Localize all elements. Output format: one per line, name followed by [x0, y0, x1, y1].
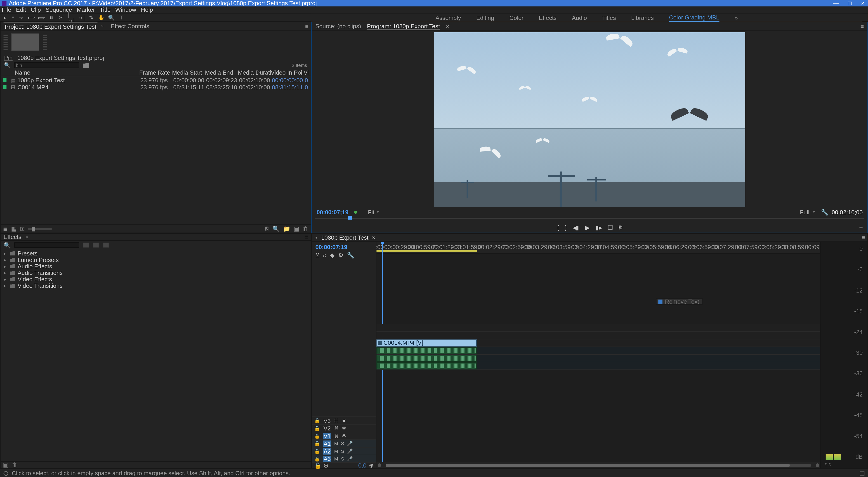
- fx-node-video-trans[interactable]: ▸Video Transitions: [4, 282, 307, 289]
- yuv-badge-icon[interactable]: [103, 242, 110, 247]
- tab-effect-controls[interactable]: Effect Controls: [110, 22, 150, 30]
- tab-source-monitor[interactable]: Source: (no clips): [315, 23, 361, 29]
- sync-lock-icon[interactable]: ⌘: [334, 418, 339, 423]
- window-maximize-button[interactable]: □: [846, 0, 853, 6]
- wrench-icon[interactable]: 🔧: [347, 252, 354, 259]
- list-view-icon[interactable]: ≣: [3, 226, 8, 232]
- new-item-icon[interactable]: ▣: [293, 226, 299, 232]
- zoom-out-icon[interactable]: ⊖: [323, 462, 328, 469]
- selection-tool-icon[interactable]: ▸: [2, 14, 8, 21]
- step-back-icon[interactable]: ◂▮: [573, 224, 579, 231]
- mark-out-icon[interactable]: }: [565, 224, 567, 231]
- program-timecode[interactable]: 00:00:07;19: [316, 209, 348, 215]
- project-search-input[interactable]: [14, 62, 79, 68]
- window-minimize-button[interactable]: —: [831, 0, 840, 6]
- zoom-tool-icon[interactable]: 🔍: [108, 14, 115, 21]
- razor-tool-icon[interactable]: ✂: [58, 14, 65, 21]
- tab-program-close-icon[interactable]: ×: [446, 23, 449, 29]
- col-frame-rate[interactable]: Frame Rate▲: [139, 69, 172, 76]
- track-label[interactable]: V2: [323, 425, 331, 431]
- ws-overflow-icon[interactable]: »: [735, 14, 738, 21]
- monitor-menu-icon[interactable]: ≡: [860, 23, 864, 29]
- col-video-tail[interactable]: Vi: [304, 69, 309, 76]
- track-header-v1[interactable]: 🔒 V1 ⌘ 👁: [312, 432, 376, 440]
- marker-icon[interactable]: ◆: [330, 252, 335, 259]
- track-label[interactable]: A3: [323, 455, 331, 462]
- play-icon[interactable]: ▶: [585, 224, 590, 231]
- track-header-a2[interactable]: 🔒 A2 M S 🎤: [312, 447, 376, 455]
- icon-view-icon[interactable]: ▦: [11, 226, 16, 232]
- pen-tool-icon[interactable]: ✎: [88, 14, 95, 21]
- button-editor-icon[interactable]: ＋: [858, 223, 864, 231]
- zoom-handle-left-icon[interactable]: [378, 464, 381, 467]
- timeline-panel-menu-icon[interactable]: ≡: [862, 234, 865, 241]
- track-select-fwd-icon[interactable]: ⇥: [18, 14, 25, 21]
- eye-icon[interactable]: 👁: [342, 418, 346, 423]
- rate-stretch-icon[interactable]: ≋: [48, 14, 55, 21]
- sync-lock-icon[interactable]: ⌘: [334, 433, 339, 438]
- tab-program-monitor[interactable]: Program: 1080p Export Test: [367, 23, 440, 30]
- lock-icon[interactable]: 🔒: [314, 441, 320, 446]
- track-header-a1[interactable]: 🔒 A1 M S 🎤: [312, 439, 376, 447]
- ws-libraries[interactable]: Libraries: [631, 14, 654, 21]
- new-bin-icon[interactable]: [83, 63, 89, 68]
- find-icon[interactable]: 🔍: [272, 226, 279, 232]
- mute-icon[interactable]: M: [334, 449, 338, 454]
- time-ruler[interactable]: 00:0000:00:29:2300:00:59:2200:01:29:2100…: [376, 242, 820, 254]
- menu-edit[interactable]: Edit: [16, 6, 26, 13]
- tab-project-close-icon[interactable]: ×: [101, 24, 104, 29]
- master-track-row[interactable]: 🔒 ⊖ 0.0 ⊕: [312, 462, 376, 468]
- zoom-fit-label[interactable]: Fit: [368, 209, 375, 215]
- track-header-v3[interactable]: 🔒 V3 ⌘ 👁: [312, 416, 376, 424]
- step-fwd-icon[interactable]: ▮▸: [596, 224, 602, 231]
- rolling-edit-icon[interactable]: ⟺: [38, 14, 45, 21]
- ws-titles[interactable]: Titles: [602, 14, 616, 21]
- accel-badge-icon[interactable]: [83, 242, 89, 247]
- export-frame-icon[interactable]: ⎘: [619, 224, 622, 231]
- fx-node-presets[interactable]: ▸Presets: [4, 250, 307, 257]
- mute-icon[interactable]: M: [334, 441, 338, 446]
- menu-window[interactable]: Window: [115, 6, 136, 13]
- timeline-scrollbar[interactable]: [376, 462, 820, 468]
- effects-search-input[interactable]: [14, 242, 79, 248]
- project-row[interactable]: 🎞 C0014.MP4 23.976 fps 08:31:15:11 08:33…: [1, 83, 311, 90]
- solo-icon[interactable]: S: [341, 456, 344, 461]
- zoom-handle-right-icon[interactable]: [816, 464, 819, 467]
- freeform-view-icon[interactable]: ⊞: [20, 226, 25, 232]
- lift-icon[interactable]: [608, 225, 613, 230]
- track-label[interactable]: A2: [323, 448, 331, 454]
- lock-icon[interactable]: 🔒: [314, 425, 320, 431]
- track-label[interactable]: V3: [323, 417, 331, 424]
- track-label[interactable]: A1: [323, 440, 331, 447]
- tl-menu-icon[interactable]: ▾: [315, 235, 318, 240]
- settings-wrench-icon[interactable]: 🔧: [821, 209, 828, 215]
- ws-effects[interactable]: Effects: [539, 14, 557, 21]
- fx-node-lumetri[interactable]: ▸Lumetri Presets: [4, 257, 307, 263]
- resolution-dropdown-icon[interactable]: ▾: [813, 210, 815, 214]
- master-zoom-value[interactable]: 0.0: [358, 462, 366, 469]
- 32bit-badge-icon[interactable]: [93, 242, 99, 247]
- menu-marker[interactable]: Marker: [76, 6, 95, 13]
- panel-menu-icon[interactable]: ≡: [305, 23, 308, 29]
- tab-effects[interactable]: Effects: [4, 234, 22, 240]
- eye-icon[interactable]: 👁: [342, 425, 346, 431]
- bin-breadcrumb[interactable]: Pin: [4, 54, 13, 61]
- timeline-timecode[interactable]: 00:00:07;19: [312, 242, 376, 252]
- mark-in-icon[interactable]: {: [557, 224, 559, 231]
- window-close-button[interactable]: ×: [859, 0, 866, 6]
- zoom-fit-dropdown-icon[interactable]: ▾: [377, 210, 379, 214]
- audio-clip-a3[interactable]: [376, 362, 477, 369]
- zoom-in-icon[interactable]: ⊕: [369, 462, 374, 469]
- new-bin-bottom-icon[interactable]: 📁: [283, 226, 290, 232]
- timeline-body[interactable]: 00:0000:00:29:2300:00:59:2200:01:29:2100…: [376, 242, 820, 468]
- type-tool-icon[interactable]: T: [118, 14, 125, 21]
- delete-icon[interactable]: 🗑: [303, 226, 308, 232]
- track-label[interactable]: V1: [323, 433, 331, 439]
- meter-solo-labels[interactable]: S S: [825, 463, 831, 467]
- ws-color-grading-mbl[interactable]: Color Grading MBL: [669, 14, 719, 22]
- settings-icon[interactable]: ⚙: [338, 252, 343, 259]
- tool-dropdown-icon[interactable]: ▾: [12, 14, 15, 21]
- col-media-end[interactable]: Media End: [205, 69, 238, 76]
- resolution-label[interactable]: Full: [800, 209, 809, 215]
- tab-sequence-close-icon[interactable]: ×: [372, 234, 375, 241]
